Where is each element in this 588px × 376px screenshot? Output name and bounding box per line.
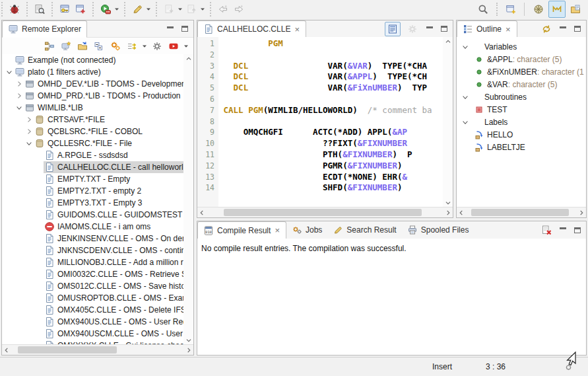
tree-item-content[interactable]: QCBLSRC.*FILE - COBOL	[34, 126, 183, 137]
outline-item[interactable]: &VAR : character (5)	[457, 78, 586, 91]
outline-horizontal-scrollbar[interactable]	[457, 207, 586, 217]
maximize-button[interactable]	[180, 24, 190, 34]
scroll-left-icon[interactable]	[457, 208, 466, 217]
tree-item[interactable]: JNKNSCDENV.CLLE - OMS - contin	[2, 244, 183, 256]
tree-item-content[interactable]: EMPTY3.TXT - Empty 3	[44, 197, 183, 209]
tab-jobs[interactable]: Jobs	[286, 221, 327, 239]
tree-item[interactable]: CRTSAVF.*FILE	[2, 114, 183, 126]
scroll-right-icon[interactable]	[443, 208, 453, 217]
code-editor[interactable]: 1 PGM23 DCL VAR(&VAR) TYPE(*CHA4 DCL VAR…	[197, 37, 443, 207]
code-line[interactable]: 9 OMQCHGFI ACTC(*ADD) APPL(&AP	[197, 127, 443, 138]
tree-item-content[interactable]: EMPTY2.TXT - empty 2	[44, 185, 183, 197]
tree-item[interactable]: OMX940USCM.CLLE - OMS - User R	[2, 328, 183, 340]
open-perspective-button[interactable]	[503, 1, 519, 17]
filter-button[interactable]	[125, 39, 139, 54]
tree-item[interactable]: OMUSROPTOB.CLLE - OMS - Exam	[2, 292, 183, 304]
code-line[interactable]: 7 CALL PGM(WIMLIB/HELLOWORLD) /* comment…	[197, 105, 443, 116]
debug-button[interactable]	[7, 1, 22, 17]
tree-item-content[interactable]: QCLLESRC.*FILE - File	[34, 137, 183, 149]
minimize-button[interactable]	[424, 24, 435, 34]
expander-expanded-icon[interactable]	[461, 118, 470, 127]
expander-collapsed-icon[interactable]	[24, 127, 34, 136]
tree-item[interactable]: WIMLIB.*LIB	[2, 102, 183, 114]
editor-gear-button[interactable]	[405, 22, 420, 36]
tree-item-content[interactable]: IAMOMS.CLLE - i am oms	[44, 221, 183, 233]
scroll-left-icon[interactable]	[197, 208, 207, 217]
inspect-button[interactable]	[32, 1, 48, 17]
expander-expanded-icon[interactable]	[24, 139, 34, 148]
tree-item-content[interactable]: EMPTY.TXT - Empty	[44, 173, 183, 185]
run-button[interactable]	[98, 1, 114, 17]
scroll-down-icon[interactable]	[184, 336, 193, 345]
tree-item-content[interactable]: OMHD_DEV.*LIB - TDOMS - Developmen	[24, 78, 183, 90]
tree-item[interactable]: plato (1 filters active)	[2, 66, 183, 78]
tree-item-content[interactable]: plato (1 filters active)	[14, 66, 183, 78]
scrollbar-thumb[interactable]	[471, 209, 569, 216]
expander-collapsed-icon[interactable]	[15, 91, 24, 100]
tab-search-result[interactable]: Search Result	[327, 221, 401, 239]
outline-item[interactable]: &APPL : character (5)	[457, 53, 586, 65]
code-line[interactable]: 8	[197, 116, 443, 128]
tree-item-content[interactable]: OMX405C.CLLE - OMS - Delete IFS-	[44, 304, 183, 316]
outline-item[interactable]: LABELTJE	[457, 141, 586, 153]
expander-collapsed-icon[interactable]	[15, 79, 24, 89]
minimize-button[interactable]	[165, 24, 176, 34]
tab-compile-result[interactable]: 010Compile Result×	[197, 221, 286, 239]
tree-item[interactable]: QCLLESRC.*FILE - File	[2, 137, 183, 149]
work-with-button[interactable]	[108, 39, 123, 54]
tree-item[interactable]: IAMOMS.CLLE - i am oms	[2, 221, 183, 233]
collapse-all-button[interactable]	[92, 39, 106, 54]
code-line[interactable]: 1 PGM	[197, 38, 443, 50]
new-window-add-button[interactable]	[73, 1, 88, 17]
tree-item[interactable]: OMX405C.CLLE - OMS - Delete IFS-	[2, 304, 183, 316]
tree-item[interactable]: A.RPGLE - ssdsdsd	[2, 149, 183, 161]
tree-item[interactable]: GUIDOMS.CLLE - GUIDOMSTEST	[2, 209, 183, 221]
outline-group[interactable]: Subroutines	[457, 91, 586, 103]
scroll-up-icon[interactable]	[443, 37, 453, 46]
expander-expanded-icon[interactable]	[461, 42, 470, 52]
tree-item[interactable]: OMS012C.CLLE - OMS - Save histor	[2, 280, 183, 292]
tree-item[interactable]: OMI0032C.CLLE - OMS - Retrieve Sy	[2, 268, 183, 280]
close-icon[interactable]: ×	[505, 25, 511, 34]
outline-group[interactable]: Labels	[457, 116, 586, 128]
tree-item-content[interactable]: CALLHELLOC.CLLE - call helloworl	[44, 161, 183, 173]
tree-item-content[interactable]: OMHD_PRD.*LIB - TDOMS - Production	[24, 90, 183, 102]
editor-vertical-scrollbar[interactable]	[443, 37, 453, 207]
tree-item[interactable]: OMHD_DEV.*LIB - TDOMS - Developmen	[2, 78, 183, 90]
dropdown-caret-icon[interactable]	[183, 38, 189, 54]
tree-item-content[interactable]: OMS012C.CLLE - OMS - Save histor	[44, 280, 183, 292]
outline-item[interactable]: HELLO	[457, 128, 586, 141]
forward-button[interactable]	[231, 1, 247, 17]
tree-item[interactable]: JENKINSENV.CLLE - OMS - On dem	[2, 233, 183, 244]
maximize-button[interactable]	[439, 24, 449, 34]
scroll-track[interactable]	[466, 207, 577, 217]
scrollbar-thumb[interactable]	[224, 209, 422, 216]
close-icon[interactable]: ×	[294, 25, 300, 34]
upload-source-button[interactable]	[183, 1, 199, 17]
expander-expanded-icon[interactable]	[461, 93, 470, 102]
edit-pen-button[interactable]	[129, 1, 145, 17]
code-line[interactable]: 5 DCL VAR(&FiXnUMBER) TYP	[197, 83, 443, 94]
tab-outline[interactable]: Outline ×	[457, 20, 517, 38]
maximize-button[interactable]	[572, 24, 583, 34]
tree-item-content[interactable]: OMI0032C.CLLE - OMS - Retrieve Sy	[44, 268, 183, 280]
tab-remote-explorer[interactable]: Remote Explorer	[2, 20, 87, 38]
dropdown-caret-icon[interactable]	[177, 1, 183, 17]
perspective-team-button[interactable]	[530, 1, 547, 18]
tree-item-content[interactable]: WIMLIB.*LIB	[24, 102, 183, 114]
code-line[interactable]: 12 PGMR(&FIXNUMBER)	[197, 161, 443, 172]
tree-item-content[interactable]: Example (not connected)	[14, 54, 183, 66]
tree-item[interactable]: EMPTY2.TXT - empty 2	[2, 185, 183, 197]
search-button[interactable]	[475, 1, 491, 17]
remove-all-button[interactable]	[539, 223, 554, 237]
code-line[interactable]: 4 DCL VAR(&APPL) TYPE(*CH	[197, 71, 443, 83]
scrollbar-thumb[interactable]	[18, 346, 117, 354]
media-button[interactable]	[166, 39, 181, 54]
code-line[interactable]: 3 DCL VAR(&VAR) TYPE(*CHA	[197, 61, 443, 72]
tree-item-content[interactable]: JENKINSENV.CLLE - OMS - On dem	[44, 233, 183, 244]
tree-item-content[interactable]: A.RPGLE - ssdsdsd	[44, 149, 183, 161]
tree-item-content[interactable]: CRTSAVF.*FILE	[34, 114, 183, 126]
refresh-button[interactable]	[75, 39, 90, 54]
tree-item[interactable]: CALLHELLOC.CLLE - call helloworl	[2, 161, 183, 173]
tree-item-content[interactable]: OMX940US.CLLE - OMS - User Requ	[44, 316, 183, 328]
